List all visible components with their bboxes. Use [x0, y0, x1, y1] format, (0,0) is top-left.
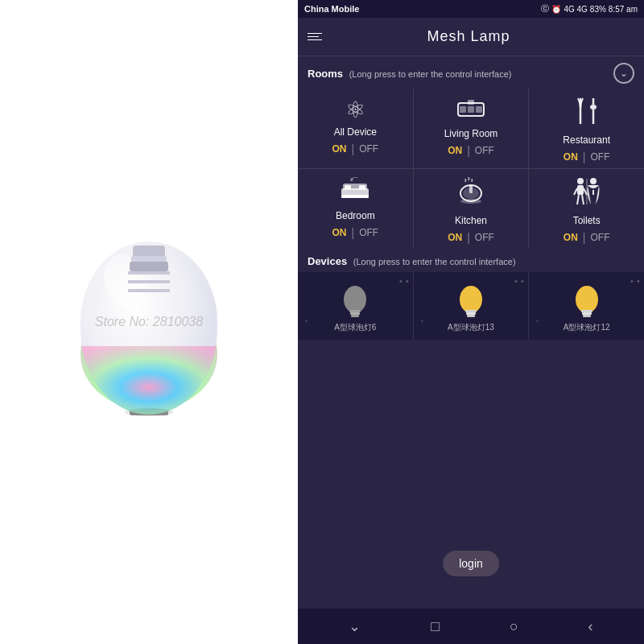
- restaurant-toggle: ON | OFF: [534, 151, 639, 163]
- svg-rect-15: [128, 280, 170, 283]
- app-bar: Mesh Lamp: [298, 18, 644, 56]
- devices-grid: A型球泡灯6 A型球泡灯13: [298, 272, 644, 340]
- restaurant-name: Restaurant: [563, 134, 610, 146]
- bedroom-icon: ᵶᶻᶻ: [340, 177, 370, 207]
- menu-button[interactable]: [308, 33, 322, 40]
- svg-rect-38: [577, 185, 584, 195]
- kitchen-on[interactable]: ON: [448, 232, 462, 243]
- svg-rect-9: [80, 346, 217, 415]
- svg-rect-54: [466, 312, 476, 315]
- device-2-name: A型球泡灯13: [448, 322, 494, 333]
- room-cell-kitchen[interactable]: Kitchen ON | OFF: [414, 169, 529, 249]
- bedroom-toggle: ON | OFF: [303, 226, 408, 239]
- kitchen-off[interactable]: OFF: [475, 232, 494, 243]
- rooms-section-header: Rooms (Long press to enter the control i…: [298, 56, 644, 89]
- svg-point-17: [125, 408, 173, 416]
- toilets-toggle: ON | OFF: [534, 231, 639, 244]
- carrier-label: China Mobile: [304, 4, 359, 14]
- room-cell-toilets[interactable]: Toilets ON | OFF: [529, 169, 644, 249]
- svg-rect-35: [469, 185, 473, 193]
- kitchen-icon: [457, 177, 485, 212]
- svg-rect-55: [467, 315, 475, 317]
- living-room-toggle: ON | OFF: [419, 144, 524, 157]
- login-overlay[interactable]: login: [443, 551, 499, 576]
- rooms-subtitle: (Long press to enter the control interfa…: [349, 69, 512, 79]
- signal-label: 4G 4G: [564, 5, 587, 14]
- svg-rect-19: [460, 106, 466, 113]
- devices-title: Devices: [308, 255, 347, 267]
- room-cell-bedroom[interactable]: ᵶᶻᶻ Bedroom ON | OFF: [298, 169, 413, 249]
- rooms-grid: ⚛ All Device ON | OFF Living Room: [298, 89, 644, 249]
- bedroom-off[interactable]: OFF: [359, 227, 378, 238]
- svg-rect-28: [341, 195, 369, 198]
- svg-rect-14: [128, 271, 170, 275]
- room-cell-restaurant[interactable]: Restaurant ON | OFF: [529, 89, 644, 168]
- svg-rect-16: [128, 289, 170, 292]
- toilets-icon: [572, 177, 602, 212]
- app-title: Mesh Lamp: [322, 28, 615, 45]
- menu-line-3: [308, 39, 322, 40]
- device-1-name: A型球泡灯6: [334, 322, 376, 333]
- svg-rect-59: [581, 310, 592, 312]
- svg-rect-60: [582, 312, 592, 315]
- living-room-on[interactable]: ON: [448, 145, 462, 156]
- svg-line-42: [582, 195, 584, 204]
- devices-title-area: Devices (Long press to enter the control…: [308, 255, 516, 267]
- restaurant-off[interactable]: OFF: [590, 151, 609, 163]
- living-room-off[interactable]: OFF: [475, 145, 494, 156]
- toilets-name: Toilets: [573, 215, 601, 226]
- svg-point-43: [590, 178, 597, 184]
- devices-section: Devices (Long press to enter the control…: [298, 249, 644, 609]
- nav-back-button[interactable]: ‹: [582, 612, 600, 642]
- svg-point-52: [460, 286, 482, 313]
- device-cell-1[interactable]: A型球泡灯6: [298, 272, 413, 340]
- svg-rect-22: [468, 100, 474, 105]
- phone-panel: China Mobile ⓒ ⏰ 4G 4G 83% 8:57 am Mesh …: [298, 0, 644, 644]
- devices-subtitle: (Long press to enter the control interfa…: [353, 257, 516, 266]
- nav-square-button[interactable]: □: [424, 612, 446, 642]
- svg-line-39: [574, 188, 577, 195]
- svg-rect-20: [468, 106, 474, 113]
- bedroom-name: Bedroom: [336, 210, 375, 221]
- svg-point-46: [344, 286, 366, 313]
- rooms-chevron-button[interactable]: ⌄: [613, 63, 634, 84]
- device-cell-3[interactable]: A型球泡灯12: [529, 272, 644, 340]
- all-device-toggle: ON | OFF: [303, 142, 408, 155]
- nav-circle-button[interactable]: ○: [503, 612, 525, 642]
- svg-rect-13: [130, 262, 168, 271]
- time-label: 8:57 am: [609, 5, 638, 14]
- room-cell-living-room[interactable]: Living Room ON | OFF: [414, 89, 529, 168]
- all-device-on[interactable]: ON: [332, 143, 347, 155]
- toilets-on[interactable]: ON: [564, 232, 578, 243]
- svg-line-40: [584, 188, 587, 195]
- login-label: login: [459, 557, 483, 570]
- product-image-panel: Store No: 2810038: [0, 0, 298, 644]
- svg-rect-30: [345, 185, 351, 189]
- svg-rect-48: [350, 312, 360, 315]
- all-device-off[interactable]: OFF: [359, 143, 378, 155]
- all-device-name: All Device: [334, 126, 377, 138]
- toilets-off[interactable]: OFF: [590, 232, 609, 243]
- kitchen-toggle: ON | OFF: [419, 231, 524, 244]
- svg-line-41: [577, 195, 579, 204]
- restaurant-icon: [576, 97, 598, 131]
- status-icons: ⓒ ⏰ 4G 4G 83% 8:57 am: [541, 3, 638, 14]
- device-bulb-2-icon: [455, 282, 487, 322]
- room-cell-all-device[interactable]: ⚛ All Device ON | OFF: [298, 89, 413, 168]
- device-cell-2[interactable]: A型球泡灯13: [414, 272, 529, 340]
- restaurant-on[interactable]: ON: [564, 151, 578, 163]
- nav-chevron-down[interactable]: ⌄: [342, 611, 367, 642]
- device-bulb-1-icon: [339, 282, 371, 322]
- svg-point-37: [577, 178, 584, 184]
- status-bar: China Mobile ⓒ ⏰ 4G 4G 83% 8:57 am: [298, 0, 644, 18]
- device-3-name: A型球泡灯12: [564, 322, 610, 333]
- bedroom-on[interactable]: ON: [332, 227, 347, 238]
- living-room-name: Living Room: [444, 128, 498, 139]
- svg-text:ᵶᶻᶻ: ᵶᶻᶻ: [350, 177, 358, 183]
- alarm-icon: ⏰: [551, 5, 561, 14]
- all-device-icon: ⚛: [345, 97, 365, 123]
- device-bulb-3-icon: [571, 282, 603, 322]
- kitchen-name: Kitchen: [455, 215, 487, 226]
- living-room-icon: [456, 97, 485, 125]
- svg-rect-61: [583, 315, 591, 317]
